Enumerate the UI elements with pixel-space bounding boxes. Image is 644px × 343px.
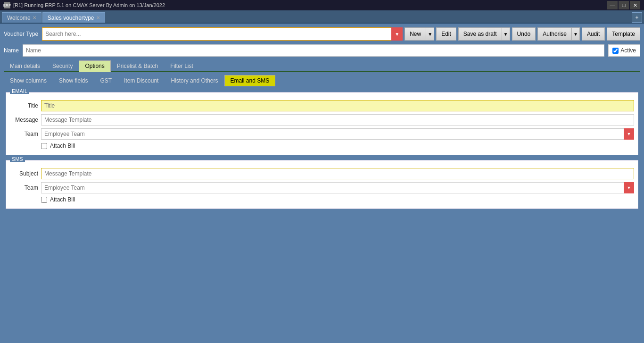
sms-team-label: Team bbox=[10, 184, 38, 191]
voucher-type-search[interactable] bbox=[42, 27, 403, 41]
tab-main-details[interactable]: Main details bbox=[4, 60, 46, 71]
email-group-box: EMAIL Title Message Team ▼ Attach Bill bbox=[6, 92, 638, 155]
save-as-draft-dropdown-btn[interactable]: ▼ bbox=[502, 27, 510, 41]
tab-pricelist-batch[interactable]: Pricelist & Batch bbox=[111, 60, 164, 71]
active-checkbox-wrap: Active bbox=[608, 44, 640, 57]
sms-attach-bill-label: Attach Bill bbox=[50, 196, 75, 203]
title-bar: ERP [R1] Running ERP 5.1 on CMAX Server … bbox=[0, 0, 644, 10]
tab-options[interactable]: Options bbox=[79, 60, 110, 72]
save-as-draft-button[interactable]: Save as draft bbox=[458, 27, 502, 41]
tab-welcome-close[interactable]: ✕ bbox=[33, 15, 36, 20]
name-row: Name Active bbox=[4, 44, 640, 57]
undo-button[interactable]: Undo bbox=[512, 27, 536, 41]
email-attach-bill-row: Attach Bill bbox=[41, 142, 634, 149]
sub-tab-gst[interactable]: GST bbox=[94, 75, 118, 86]
email-attach-bill-checkbox[interactable] bbox=[41, 143, 47, 149]
sms-team-row: Team ▼ bbox=[10, 182, 634, 193]
app-icon: ERP bbox=[4, 2, 10, 8]
new-button[interactable]: New bbox=[405, 27, 426, 41]
email-message-label: Message bbox=[10, 117, 38, 123]
main-content: Voucher Type ▼ New ▼ Edit Save as draft … bbox=[0, 24, 644, 219]
maximize-button[interactable]: □ bbox=[619, 1, 629, 9]
voucher-type-search-wrap: ▼ bbox=[42, 27, 403, 41]
close-button[interactable]: ✕ bbox=[630, 1, 640, 9]
new-dropdown-btn[interactable]: ▼ bbox=[426, 27, 434, 41]
sms-group-title: SMS bbox=[10, 156, 25, 162]
sms-subject-row: Subject bbox=[10, 168, 634, 179]
sms-group-box: SMS Subject Team ▼ Attach Bill bbox=[6, 160, 638, 209]
sub-tab-item-discount[interactable]: Item Discount bbox=[118, 75, 165, 86]
tab-sales-vouchertype-close[interactable]: ✕ bbox=[96, 15, 100, 20]
form-section: EMAIL Title Message Team ▼ Attach Bill bbox=[4, 90, 640, 216]
minimize-button[interactable]: — bbox=[607, 1, 618, 9]
email-team-dropdown-btn[interactable]: ▼ bbox=[624, 128, 634, 140]
sub-tab-email-and-sms[interactable]: Email and SMS bbox=[224, 75, 276, 86]
sub-tabs-nav: Show columns Show fields GST Item Discou… bbox=[4, 75, 640, 86]
tab-sales-vouchertype[interactable]: Sales vouchertype ✕ bbox=[42, 12, 105, 23]
email-attach-bill-label: Attach Bill bbox=[50, 142, 75, 149]
email-title-row: Title bbox=[10, 100, 634, 111]
sub-tab-history-and-others[interactable]: History and Others bbox=[165, 75, 224, 86]
tab-add-button[interactable]: + bbox=[632, 12, 642, 23]
sub-tab-show-columns[interactable]: Show columns bbox=[4, 75, 53, 86]
audit-button[interactable]: Audit bbox=[582, 27, 605, 41]
voucher-type-dropdown-btn[interactable]: ▼ bbox=[391, 27, 403, 41]
title-bar-text: [R1] Running ERP 5.1 on CMAX Server By A… bbox=[13, 2, 165, 8]
voucher-type-label: Voucher Type bbox=[4, 31, 38, 37]
sms-team-dropdown-btn[interactable]: ▼ bbox=[624, 182, 634, 193]
email-group-title: EMAIL bbox=[10, 88, 29, 94]
toolbar-row: Voucher Type ▼ New ▼ Edit Save as draft … bbox=[4, 27, 640, 41]
active-label: Active bbox=[620, 47, 636, 54]
template-button[interactable]: Template bbox=[607, 27, 640, 41]
authorise-button[interactable]: Authorise bbox=[537, 27, 571, 41]
email-team-label: Team bbox=[10, 131, 38, 137]
name-input[interactable] bbox=[23, 44, 604, 57]
email-title-input[interactable] bbox=[41, 100, 634, 111]
email-message-input[interactable] bbox=[41, 114, 634, 125]
sub-tab-show-fields[interactable]: Show fields bbox=[53, 75, 94, 86]
tab-filter-list[interactable]: Filter List bbox=[164, 60, 199, 71]
tab-security[interactable]: Security bbox=[46, 60, 79, 71]
tab-welcome-label: Welcome bbox=[7, 15, 31, 21]
authorise-group: Authorise ▼ bbox=[537, 27, 580, 41]
email-team-input[interactable] bbox=[41, 128, 634, 140]
sms-attach-bill-row: Attach Bill bbox=[41, 196, 634, 203]
email-title-label: Title bbox=[10, 102, 38, 109]
edit-button[interactable]: Edit bbox=[436, 27, 456, 41]
sms-subject-label: Subject bbox=[10, 170, 38, 177]
save-as-draft-group: Save as draft ▼ bbox=[458, 27, 510, 41]
sms-subject-input[interactable] bbox=[41, 168, 634, 179]
name-label: Name bbox=[4, 47, 19, 54]
sms-attach-bill-checkbox[interactable] bbox=[41, 197, 47, 203]
new-btn-group: New ▼ bbox=[405, 27, 434, 41]
email-team-row: Team ▼ bbox=[10, 128, 634, 140]
tab-sales-vouchertype-label: Sales vouchertype bbox=[48, 15, 94, 21]
sms-team-input[interactable] bbox=[41, 182, 634, 193]
email-message-row: Message bbox=[10, 114, 634, 125]
active-checkbox[interactable] bbox=[612, 48, 619, 54]
authorise-dropdown-btn[interactable]: ▼ bbox=[571, 27, 580, 41]
tab-welcome[interactable]: Welcome ✕ bbox=[2, 12, 41, 23]
main-tabs-nav: Main details Security Options Pricelist … bbox=[4, 60, 640, 72]
tab-bar: Welcome ✕ Sales vouchertype ✕ + bbox=[0, 10, 644, 24]
